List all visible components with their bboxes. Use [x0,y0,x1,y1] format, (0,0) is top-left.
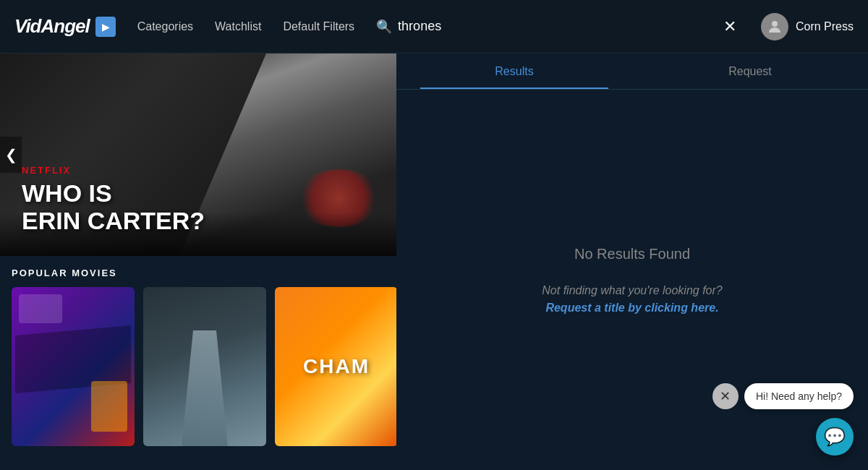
card2-figure [176,330,234,446]
movie-grid: CHAM [12,287,385,446]
logo-play-icon [95,17,116,37]
movie-card-3-title: CHAM [303,355,370,378]
movie-card-1-inner [12,287,135,446]
user-menu[interactable]: Corn Press [761,13,854,40]
hero-banner[interactable]: ❮ NETFLIX WHO IS ERIN CARTER? [0,54,396,256]
hero-title: WHO IS ERIN CARTER? [22,180,205,234]
movie-card-2[interactable] [143,287,266,446]
chat-close-button[interactable]: ✕ [712,383,739,409]
logo[interactable]: VidAngel [14,15,116,38]
no-results-text: No Results Found [574,246,690,262]
chat-bubble: ✕ Hi! Need any help? [712,383,854,409]
not-finding-text: Not finding what you're looking for? [542,284,722,297]
flowers-accent [295,169,382,227]
logo-text: VidAngel [14,15,90,38]
tab-request[interactable]: Request [632,54,868,89]
search-clear-button[interactable]: ✕ [720,16,739,38]
movie-card-2-inner [143,287,266,446]
avatar-icon [766,18,783,35]
request-title-link[interactable]: Request a title by clicking here. [545,302,718,315]
username: Corn Press [796,20,854,33]
chat-widget: ✕ Hi! Need any help? 💬 [712,383,854,456]
hero-prev-button[interactable]: ❮ [0,137,22,173]
chat-fab-icon: 💬 [824,427,846,447]
nav-watchlist[interactable]: Watchlist [215,20,261,33]
hero-overlay: NETFLIX WHO IS ERIN CARTER? [22,165,205,234]
left-panel: ❮ NETFLIX WHO IS ERIN CARTER? POPULAR MO… [0,54,396,470]
search-tabs: Results Request [396,54,868,90]
search-input[interactable] [398,19,715,34]
tab-results[interactable]: Results [396,54,632,89]
card1-shape1 [19,294,62,323]
movie-card-3-inner: CHAM [275,287,396,446]
hero-source: NETFLIX [22,165,205,176]
nav-default-filters[interactable]: Default Filters [283,20,354,33]
movie-card-1[interactable] [12,287,135,446]
search-icon: 🔍 [376,19,392,35]
chat-fab-button[interactable]: 💬 [816,418,854,456]
main-header: VidAngel Categories Watchlist Default Fi… [0,0,868,54]
search-area: 🔍 ✕ [376,16,739,38]
svg-point-0 [772,21,778,27]
popular-movies-heading: POPULAR MOVIES [12,268,385,278]
chat-message: Hi! Need any help? [744,383,854,409]
nav-categories[interactable]: Categories [137,20,193,33]
main-nav: Categories Watchlist Default Filters [137,20,354,33]
popular-movies-section: POPULAR MOVIES CHAM [0,256,396,446]
movie-card-3[interactable]: CHAM [275,287,396,446]
card1-shape3 [91,381,127,432]
avatar [761,13,788,40]
